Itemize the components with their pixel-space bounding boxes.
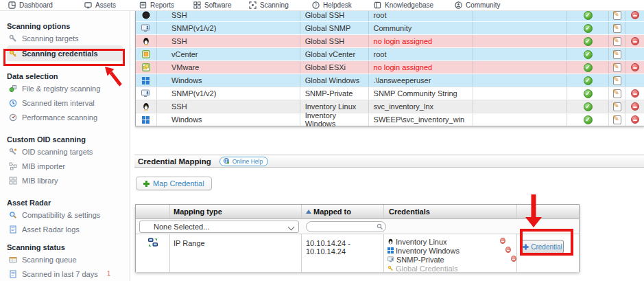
- credential-name: Global SNMP: [300, 22, 369, 34]
- edit-icon[interactable]: [613, 115, 621, 124]
- sidebar-item-performance-scanning[interactable]: Performance scanning: [7, 110, 123, 124]
- nav-label: Knowledgebase: [385, 1, 433, 9]
- nav-scanning[interactable]: Scanning: [249, 0, 289, 10]
- enabled-check-icon[interactable]: ✓: [584, 63, 593, 72]
- edit-icon[interactable]: [613, 102, 621, 111]
- mapping-filter-row: None Selected...: [136, 219, 579, 234]
- credential-login-missing: no login assigned: [369, 35, 474, 47]
- top-nav: Dashboard Assets Reports Software Scanni…: [0, 0, 644, 11]
- community-icon: [455, 1, 462, 9]
- delete-icon[interactable]: [631, 11, 639, 19]
- table-row[interactable]: Windows Global Windows .\lansweeperuser …: [136, 74, 644, 87]
- enabled-check-icon[interactable]: ✓: [584, 76, 593, 85]
- nav-reports[interactable]: Reports: [139, 0, 174, 10]
- sidebar-item-scanned-last-7-days[interactable]: Scanned in last 7 days 1: [7, 267, 123, 281]
- delete-icon[interactable]: [631, 63, 639, 71]
- credential-type: SNMP(v1/v2): [157, 22, 300, 34]
- mapped-to-search-input[interactable]: [306, 221, 386, 232]
- enabled-check-icon[interactable]: ✓: [584, 102, 593, 111]
- table-row[interactable]: SNMP(v1/v2) SNMP-Private SNMP Community …: [136, 87, 644, 100]
- credential-type: SSH: [157, 10, 300, 21]
- credential-type: SNMP(v1/v2): [157, 87, 300, 100]
- enabled-check-icon[interactable]: ✓: [584, 37, 593, 46]
- delete-icon[interactable]: [631, 89, 639, 98]
- edit-icon[interactable]: [613, 11, 621, 20]
- sidebar-item-scanning-targets[interactable]: Scanning targets: [7, 31, 123, 45]
- remove-credential-icon[interactable]: [500, 238, 505, 244]
- vmware-icon: [142, 63, 150, 71]
- delete-icon[interactable]: [631, 115, 639, 124]
- sidebar: Scanning options Scanning targets Scanni…: [0, 11, 130, 281]
- table-row[interactable]: SNMP(v1/v2) Global SNMP Community ✓: [136, 21, 644, 34]
- enabled-check-icon[interactable]: ✓: [584, 24, 593, 33]
- remove-credential-icon[interactable]: [505, 247, 511, 253]
- header-mapping-type[interactable]: Mapping type: [170, 205, 302, 218]
- sort-asc-icon: [306, 210, 311, 214]
- add-credential-button[interactable]: Credential: [521, 240, 564, 254]
- mapping-row[interactable]: IP Range 10.10.14.24 - 10.10.14.24 Inven…: [136, 234, 579, 272]
- mapped-credential-global: Global Credentials: [387, 264, 500, 273]
- mib-importer-icon: [9, 162, 17, 170]
- enabled-check-icon[interactable]: ✓: [584, 89, 593, 98]
- nav-dashboard[interactable]: Dashboard: [8, 0, 53, 10]
- sidebar-item-mib-library[interactable]: MIB library: [7, 173, 123, 188]
- sidebar-item-scanned-item-interval[interactable]: Scanned item interval: [7, 95, 123, 110]
- table-row[interactable]: SSH Global SSH root ✓: [136, 10, 644, 21]
- header-mapped-to[interactable]: Mapped to: [302, 205, 384, 218]
- nav-community[interactable]: Community: [455, 0, 501, 10]
- snmp-icon: [387, 256, 394, 262]
- edit-icon[interactable]: [613, 63, 621, 72]
- enabled-check-icon[interactable]: ✓: [584, 50, 593, 59]
- table-row[interactable]: vCenter Global vCenter root ✓: [136, 47, 644, 60]
- credential-name: Global Windows: [300, 74, 369, 87]
- mapped-credential: Inventory Linux: [387, 237, 500, 246]
- sidebar-item-file-registry-scanning[interactable]: File & registry scanning: [7, 81, 123, 95]
- plus-icon: [523, 244, 529, 249]
- windows-icon: [142, 116, 150, 124]
- sidebar-item-oid-scanning-targets[interactable]: OID scanning targets: [7, 144, 123, 159]
- table-row[interactable]: VMware Global ESXi no login assigned ✓: [136, 60, 644, 74]
- remove-credential-icon[interactable]: [511, 256, 516, 262]
- header-credentials[interactable]: Credentials: [384, 205, 517, 218]
- linux-tux-icon: [387, 238, 394, 245]
- delete-icon[interactable]: [631, 102, 639, 111]
- credential-name: Global ESXi: [300, 61, 369, 74]
- nav-label: Dashboard: [19, 1, 53, 9]
- edit-icon[interactable]: [613, 89, 621, 98]
- mapped-credential: SNMP-Private: [387, 255, 500, 264]
- credential-login: .\lansweeperuser: [369, 74, 474, 87]
- credential-login-missing: no login assigned: [369, 61, 474, 74]
- mapping-type-filter-dropdown[interactable]: None Selected...: [139, 221, 299, 233]
- delete-icon[interactable]: [631, 37, 639, 45]
- credential-login: SWEEP\svc_inventory_win: [369, 113, 474, 126]
- nav-assets[interactable]: Assets: [84, 0, 116, 10]
- magnifier-icon: [9, 211, 17, 219]
- table-row[interactable]: Windows Inventory Windows SWEEP\svc_inve…: [136, 113, 644, 126]
- table-row[interactable]: SSH Inventory Linux svc_inventory_lnx ✓: [136, 100, 644, 113]
- section-title: Credential Mapping: [138, 157, 211, 166]
- nav-software[interactable]: Software: [193, 0, 231, 10]
- sidebar-item-compatibility-settings[interactable]: Compatibility & settings: [7, 207, 123, 222]
- reports-icon: [139, 1, 147, 9]
- enabled-check-icon[interactable]: ✓: [584, 115, 593, 124]
- sidebar-item-scanning-queue[interactable]: Scanning queue: [7, 252, 123, 267]
- map-credential-label: Map Credential: [153, 179, 204, 188]
- enabled-check-icon[interactable]: ✓: [584, 11, 593, 20]
- edit-icon[interactable]: [613, 37, 621, 46]
- map-credential-button[interactable]: Map Credential: [136, 177, 212, 190]
- sidebar-item-scanning-credentials[interactable]: Scanning credentials: [7, 45, 123, 61]
- nav-helpdesk[interactable]: ? Helpdesk: [312, 0, 352, 10]
- linux-tux-icon: [142, 37, 150, 45]
- table-row[interactable]: SSH Global SSH no login assigned ✓: [136, 34, 644, 47]
- edit-icon[interactable]: [613, 76, 621, 85]
- online-help-button[interactable]: Online Help: [219, 157, 268, 166]
- sidebar-section-custom-oid: Custom OID scanning OID scanning targets…: [7, 134, 123, 188]
- edit-icon[interactable]: [613, 50, 621, 59]
- sidebar-item-mib-importer[interactable]: MIB importer: [7, 159, 123, 173]
- nav-knowledgebase[interactable]: Knowledgebase: [374, 0, 433, 10]
- mapping-credentials-cell: Inventory Linux Inventory Windows SNMP-P…: [384, 234, 517, 272]
- credential-name: Global SSH: [300, 10, 369, 21]
- queue-table-icon: [9, 256, 17, 264]
- sidebar-item-asset-radar-logs[interactable]: Asset Radar logs: [7, 222, 123, 236]
- edit-icon[interactable]: [613, 24, 621, 33]
